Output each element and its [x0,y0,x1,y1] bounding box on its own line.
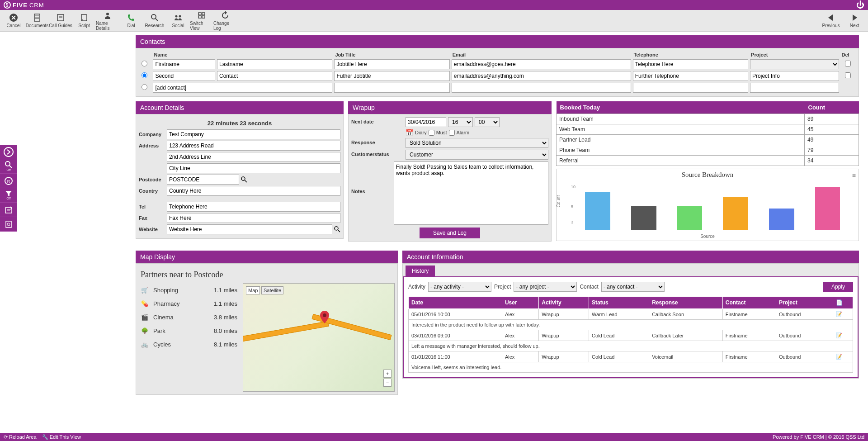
country-input[interactable] [167,186,340,196]
map-type-satellite[interactable]: Satellite [261,286,283,294]
contact-first-input[interactable] [153,71,215,81]
website-input[interactable] [167,224,332,234]
svg-rect-1 [34,14,40,21]
name-details-button[interactable]: Name Details [96,10,119,32]
contact-radio[interactable] [142,72,147,78]
switch-view-button[interactable]: Switch View [190,10,213,32]
contact-tel-input[interactable] [633,71,748,81]
must-checkbox[interactable] [429,130,434,136]
address1-input[interactable] [167,141,340,151]
svg-line-26 [245,180,247,182]
change-log-icon [221,11,230,20]
company-input[interactable] [167,129,340,139]
next-icon [850,13,859,22]
response-select[interactable]: Sold Solution [406,138,548,148]
cancel-button[interactable]: Cancel [2,10,25,32]
account-details-title: Account Details [136,101,344,114]
next-date-input[interactable] [406,117,446,127]
status-select[interactable]: Customer [406,150,548,160]
svg-point-12 [179,15,181,18]
contacts-table: Name Job Title Email Telephone Project D… [139,51,856,94]
edit-row-icon[interactable]: 📝 [833,309,853,320]
social-icon [174,13,183,22]
hour-select[interactable]: 16 [448,117,473,127]
chart-bar [631,206,656,230]
previous-button[interactable]: Previous [819,10,843,32]
map-type-map[interactable]: Map [246,286,260,294]
cycles-icon: 🚲 [140,339,150,349]
documents-button[interactable]: Documents [25,10,49,32]
address2-input[interactable] [167,152,340,162]
call-guides-button[interactable]: Call Guides [49,10,72,32]
chart-bar [723,197,748,230]
postcode-search-icon[interactable] [241,176,247,183]
contact-radio[interactable] [142,61,147,66]
rail-forward-icon[interactable] [0,145,17,159]
activity-filter[interactable]: - any activity - [428,282,491,292]
wrapup-panel: Wrapup Next date 16 00 📅 Diary Must [348,101,552,242]
next-button[interactable]: Next [843,10,866,32]
edit-column-icon[interactable]: 📄 [833,297,853,309]
rail-filter-icon[interactable]: Off [0,188,17,203]
apply-button[interactable]: Apply [823,282,853,292]
project-filter[interactable]: - any project - [514,282,577,292]
edit-row-icon[interactable]: 📝 [833,351,853,362]
calendar-icon[interactable]: 📅 [406,129,413,136]
contact-radio[interactable] [142,84,147,90]
rail-export-icon[interactable] [0,203,17,217]
power-icon[interactable]: ⏻ [856,0,864,10]
tel-input[interactable] [167,202,340,212]
contact-last-input[interactable] [217,59,332,69]
website-search-icon[interactable] [334,226,340,232]
edit-row-icon[interactable]: 📝 [833,330,853,341]
contact-filter[interactable]: - any contact - [601,282,665,292]
script-button[interactable]: Script [72,10,96,32]
svg-rect-23 [6,221,11,228]
map-zoom-in[interactable]: + [383,370,392,378]
map-canvas[interactable]: Map Satellite + − [243,283,395,392]
contact-del-checkbox[interactable] [845,72,851,78]
social-button[interactable]: Social [166,10,190,32]
svg-point-9 [151,14,156,19]
change-log-button[interactable]: Change Log [213,10,237,32]
svg-point-17 [4,147,13,156]
chart-menu-icon[interactable]: ≡ [852,172,856,179]
wrapup-title: Wrapup [348,101,552,114]
save-log-button[interactable]: Save and Log [420,228,480,238]
contact-tel-input[interactable] [633,59,748,69]
call-timer: 22 minutes 23 seconds [139,117,340,129]
contact-email-input[interactable] [452,59,631,69]
document-icon [33,13,42,22]
history-tab[interactable]: History [406,266,435,276]
rail-search-icon[interactable]: Off [0,159,17,174]
notes-textarea[interactable]: Finally Sold! Passing to Sales team to c… [394,161,548,225]
postcode-input[interactable] [167,175,239,185]
rail-refresh-icon[interactable]: R [0,174,17,188]
contacts-title: Contacts [136,35,859,48]
rail-report-icon[interactable] [0,217,17,232]
svg-point-27 [335,227,338,230]
contacts-panel: Contacts Name Job Title Email Telephone … [136,35,859,97]
map-subtitle: Partners near to Postcode [139,266,395,283]
svg-point-8 [106,13,109,15]
toolbar: Cancel Documents Call Guides Script Name… [0,10,868,32]
svg-point-11 [175,15,178,18]
account-info-title: Account Information [402,251,859,263]
contact-project-input[interactable] [750,71,839,81]
contact-last-input[interactable] [217,71,332,81]
booked-chart-col: Booked TodayCount Inbound Team89 Web Tea… [556,101,859,246]
dial-button[interactable]: Dial [119,10,143,32]
contact-project-select[interactable] [750,59,839,69]
research-button[interactable]: Research [143,10,166,32]
minute-select[interactable]: 00 [475,117,500,127]
fax-input[interactable] [167,213,340,223]
alarm-checkbox[interactable] [449,130,455,136]
contact-job-input[interactable] [334,71,449,81]
contact-email-input[interactable] [452,71,631,81]
contact-first-input[interactable] [153,59,215,69]
contact-job-input[interactable] [334,59,449,69]
add-contact-input[interactable] [153,83,332,93]
map-zoom-out[interactable]: − [383,379,392,387]
contact-del-checkbox[interactable] [845,61,851,66]
address3-input[interactable] [167,163,340,173]
